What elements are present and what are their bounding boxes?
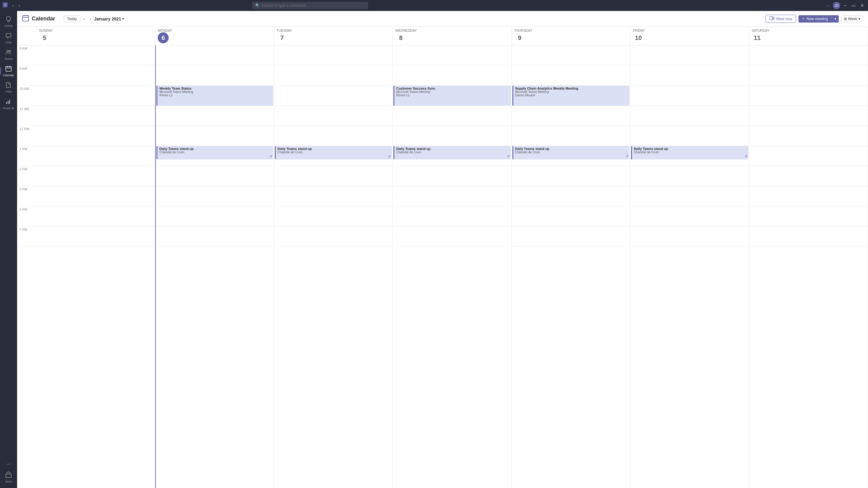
hour-block-day1-slot7[interactable]: [156, 186, 274, 206]
hour-block-day4-slot0[interactable]: [512, 45, 630, 66]
hour-block-day6-slot7[interactable]: [749, 186, 868, 206]
hour-block-day0-slot6[interactable]: [37, 166, 155, 186]
event-ev7[interactable]: Daily Teams stand upCharlotte de Crum↺: [513, 146, 629, 159]
hour-block-day2-slot8[interactable]: [274, 206, 393, 226]
event-ev1[interactable]: Weekly Team StatusMicrosoft Teams Meetin…: [156, 86, 273, 106]
search-input[interactable]: [262, 3, 365, 8]
hour-block-day2-slot9[interactable]: [274, 226, 393, 247]
week-view-selector[interactable]: ⊞ Week ▾: [841, 15, 863, 22]
event-ev2[interactable]: Customer Success SyncMicrosoft Teams Mee…: [394, 86, 510, 106]
event-ev4[interactable]: Daily Teams stand upCharlotte de Crum↺: [156, 146, 273, 159]
sidebar-item-chat[interactable]: Chat: [0, 30, 17, 46]
day-col-sunday[interactable]: [37, 45, 155, 488]
hour-block-day0-slot3[interactable]: [37, 106, 155, 126]
hour-block-day3-slot8[interactable]: [393, 206, 511, 226]
minimize-button[interactable]: ─: [842, 2, 848, 8]
month-display[interactable]: January 2021 ▾: [94, 17, 124, 21]
nav-forward-button[interactable]: ›: [17, 2, 22, 8]
meet-now-button[interactable]: Meet now: [766, 14, 796, 23]
nav-back-button[interactable]: ‹: [10, 2, 16, 8]
hour-block-day6-slot8[interactable]: [749, 206, 868, 226]
day-col-monday[interactable]: Weekly Team StatusMicrosoft Teams Meetin…: [155, 45, 274, 488]
hour-block-day2-slot2[interactable]: [274, 86, 393, 106]
hour-block-day4-slot6[interactable]: [512, 166, 630, 186]
hour-block-day5-slot8[interactable]: [630, 206, 749, 226]
hour-block-day1-slot3[interactable]: [156, 106, 274, 126]
hour-block-day6-slot4[interactable]: [749, 126, 868, 146]
hour-block-day1-slot9[interactable]: [156, 226, 274, 247]
hour-block-day0-slot7[interactable]: [37, 186, 155, 206]
hour-block-day4-slot8[interactable]: [512, 206, 630, 226]
hour-block-day5-slot4[interactable]: [630, 126, 749, 146]
hour-block-day3-slot4[interactable]: [393, 126, 511, 146]
hour-block-day4-slot4[interactable]: [512, 126, 630, 146]
search-bar[interactable]: 🔍: [252, 2, 368, 9]
hour-block-day0-slot5[interactable]: [37, 146, 155, 166]
more-options-icon[interactable]: ···: [825, 2, 831, 8]
hour-block-day0-slot9[interactable]: [37, 226, 155, 247]
hour-block-day5-slot7[interactable]: [630, 186, 749, 206]
event-ev3[interactable]: Supply Chain Analytics Weekly MeetingMic…: [513, 86, 629, 106]
hour-block-day6-slot9[interactable]: [749, 226, 868, 247]
hour-block-day6-slot6[interactable]: [749, 166, 868, 186]
hour-block-day1-slot0[interactable]: [156, 45, 274, 66]
hour-block-day2-slot0[interactable]: [274, 45, 393, 66]
hour-block-day3-slot7[interactable]: [393, 186, 511, 206]
hour-block-day5-slot2[interactable]: [630, 86, 749, 106]
sidebar-item-powerbi[interactable]: Power BI: [0, 96, 17, 112]
hour-block-day5-slot1[interactable]: [630, 66, 749, 86]
hour-block-day0-slot1[interactable]: [37, 66, 155, 86]
hour-block-day4-slot7[interactable]: [512, 186, 630, 206]
hour-block-day1-slot6[interactable]: [156, 166, 274, 186]
restore-button[interactable]: ▭: [850, 2, 857, 8]
hour-block-day4-slot1[interactable]: [512, 66, 630, 86]
day-col-tuesday[interactable]: Daily Teams stand upCharlotte de Crum↺: [274, 45, 393, 488]
hour-block-day0-slot4[interactable]: [37, 126, 155, 146]
hour-block-day4-slot3[interactable]: [512, 106, 630, 126]
hour-block-day2-slot3[interactable]: [274, 106, 393, 126]
sidebar-item-store[interactable]: Store: [5, 469, 12, 486]
hour-block-day2-slot6[interactable]: [274, 166, 393, 186]
day-col-friday[interactable]: Daily Teams stand upCharlotte de Crum↺: [630, 45, 749, 488]
hour-block-day5-slot3[interactable]: [630, 106, 749, 126]
hour-block-day5-slot9[interactable]: [630, 226, 749, 247]
day-col-thursday[interactable]: Supply Chain Analytics Weekly MeetingMic…: [512, 45, 630, 488]
hour-block-day1-slot4[interactable]: [156, 126, 274, 146]
sidebar-item-calendar[interactable]: Calender: [0, 63, 17, 79]
next-week-button[interactable]: ›: [88, 16, 93, 22]
today-button[interactable]: Today: [64, 15, 80, 22]
hour-block-day1-slot8[interactable]: [156, 206, 274, 226]
day-col-saturday[interactable]: [749, 45, 868, 488]
sidebar-item-teams[interactable]: Teams: [0, 46, 17, 63]
close-button[interactable]: ✕: [859, 2, 866, 8]
event-ev8[interactable]: Daily Teams stand upCharlotte de Crum↺: [631, 146, 748, 159]
hour-block-day6-slot1[interactable]: [749, 66, 868, 86]
hour-block-day6-slot2[interactable]: [749, 86, 868, 106]
sidebar-item-more[interactable]: ···: [5, 459, 12, 469]
hour-block-day2-slot7[interactable]: [274, 186, 393, 206]
hour-block-day0-slot8[interactable]: [37, 206, 155, 226]
hour-block-day2-slot1[interactable]: [274, 66, 393, 86]
hour-block-day3-slot1[interactable]: [393, 66, 511, 86]
new-meeting-button[interactable]: + New meeting ▾: [799, 15, 838, 23]
sidebar-item-files[interactable]: Files: [0, 79, 17, 96]
event-ev6[interactable]: Daily Teams stand upCharlotte de Crum↺: [394, 146, 510, 159]
hour-block-day6-slot0[interactable]: [749, 45, 868, 66]
hour-block-day0-slot2[interactable]: [37, 86, 155, 106]
hour-block-day5-slot6[interactable]: [630, 166, 749, 186]
hour-block-day3-slot9[interactable]: [393, 226, 511, 247]
hour-block-day6-slot5[interactable]: [749, 146, 868, 166]
hour-block-day4-slot9[interactable]: [512, 226, 630, 247]
avatar[interactable]: JD: [833, 2, 840, 9]
new-meeting-dropdown-icon[interactable]: ▾: [832, 15, 839, 23]
hour-block-day2-slot4[interactable]: [274, 126, 393, 146]
hour-block-day3-slot0[interactable]: [393, 45, 511, 66]
hour-block-day3-slot3[interactable]: [393, 106, 511, 126]
hour-block-day6-slot3[interactable]: [749, 106, 868, 126]
day-col-wednesday[interactable]: Customer Success SyncMicrosoft Teams Mee…: [393, 45, 512, 488]
sidebar-item-activity[interactable]: Activity: [0, 13, 17, 30]
event-ev5[interactable]: Daily Teams stand upCharlotte de Crum↺: [275, 146, 392, 159]
prev-week-button[interactable]: ‹: [82, 16, 87, 22]
hour-block-day3-slot6[interactable]: [393, 166, 511, 186]
hour-block-day5-slot0[interactable]: [630, 45, 749, 66]
